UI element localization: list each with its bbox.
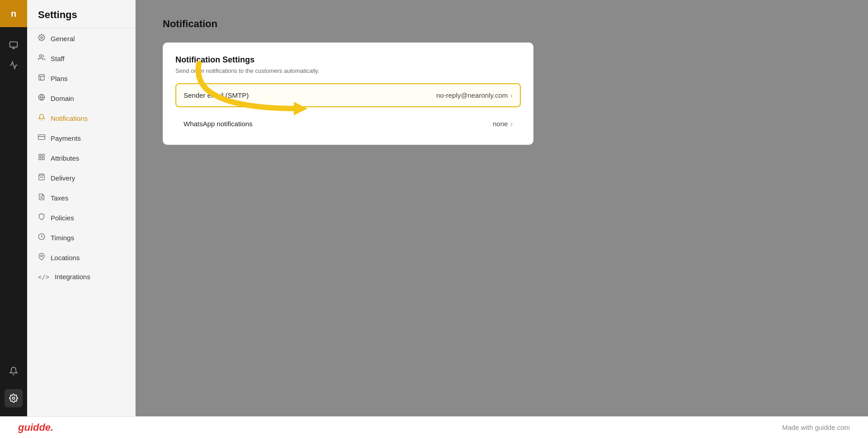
svg-point-3 (39, 55, 42, 57)
nav-icon-bell[interactable] (5, 362, 23, 380)
svg-rect-13 (42, 157, 44, 160)
sidebar-item-notifications-label: Notifications (51, 114, 88, 122)
footer: guidde. Made with guidde.com (0, 416, 868, 438)
sidebar-item-timings[interactable]: Timings (27, 228, 135, 248)
sidebar-item-attributes[interactable]: Attributes (27, 148, 135, 168)
taxes-icon (38, 193, 45, 202)
whatsapp-chevron: › (510, 120, 513, 128)
svg-rect-11 (39, 154, 41, 157)
sender-email-row[interactable]: Sender email (SMTP) no-reply@nearonly.co… (175, 83, 521, 107)
sidebar-item-taxes-label: Taxes (51, 194, 68, 202)
sidebar-item-locations-label: Locations (51, 254, 80, 262)
sidebar-item-policies-label: Policies (51, 214, 74, 222)
card-subtitle: Send order notifications to the customer… (175, 67, 521, 74)
sidebar-item-attributes-label: Attributes (51, 154, 79, 162)
card-title: Notification Settings (175, 55, 521, 65)
footer-tagline: Made with guidde.com (782, 424, 850, 431)
sidebar-item-general-label: General (51, 35, 75, 43)
integrations-icon: </> (38, 273, 49, 281)
svg-rect-12 (42, 154, 44, 157)
domain-icon (38, 94, 45, 103)
sidebar-item-integrations[interactable]: </> Integrations (27, 267, 135, 286)
icon-nav: n (0, 0, 27, 416)
svg-rect-14 (39, 157, 41, 160)
locations-icon (38, 253, 45, 262)
attributes-icon (38, 153, 45, 162)
svg-rect-9 (38, 135, 45, 140)
nav-icon-settings[interactable] (5, 389, 23, 407)
sidebar-item-integrations-label: Integrations (55, 273, 90, 281)
footer-logo: guidde. (18, 422, 53, 433)
general-icon (38, 34, 45, 43)
sidebar-header: Settings (27, 0, 135, 29)
sidebar-item-policies[interactable]: Policies (27, 208, 135, 228)
delivery-icon (38, 173, 45, 182)
sidebar-item-plans-label: Plans (51, 75, 68, 82)
whatsapp-value: none › (493, 120, 513, 128)
sender-email-chevron: › (510, 92, 513, 99)
page-title: Notification (163, 18, 841, 30)
whatsapp-row[interactable]: WhatsApp notifications none › (175, 112, 521, 136)
svg-point-2 (41, 37, 42, 38)
sidebar-item-plans[interactable]: Plans (27, 68, 135, 88)
whatsapp-label: WhatsApp notifications (184, 120, 253, 128)
svg-rect-4 (39, 75, 44, 80)
sidebar-item-general[interactable]: General (27, 29, 135, 48)
payments-icon (38, 133, 45, 143)
main-content: Notification Notification Settings Send … (136, 0, 868, 416)
svg-point-1 (13, 397, 15, 400)
sidebar-item-delivery-label: Delivery (51, 174, 75, 182)
sidebar-item-payments[interactable]: Payments (27, 128, 135, 148)
notifications-icon (38, 114, 45, 123)
sidebar: Settings General Staff Plans Domain (27, 0, 136, 416)
app-logo[interactable]: n (0, 0, 27, 27)
sender-email-value: no-reply@nearonly.com › (436, 91, 513, 99)
sidebar-item-staff-label: Staff (51, 55, 65, 62)
timings-icon (38, 233, 45, 242)
policies-icon (38, 213, 45, 222)
sidebar-item-payments-label: Payments (51, 134, 81, 142)
plans-icon (38, 74, 45, 83)
sidebar-item-taxes[interactable]: Taxes (27, 188, 135, 208)
sidebar-item-delivery[interactable]: Delivery (27, 168, 135, 188)
staff-icon (38, 54, 45, 63)
sidebar-item-staff[interactable]: Staff (27, 48, 135, 68)
sidebar-item-timings-label: Timings (51, 234, 74, 242)
sidebar-item-notifications[interactable]: Notifications (27, 108, 135, 128)
settings-card: Notification Settings Send order notific… (163, 43, 533, 145)
nav-icon-store[interactable] (5, 36, 23, 54)
sender-email-label: Sender email (SMTP) (184, 91, 249, 99)
svg-rect-0 (10, 42, 18, 48)
sidebar-item-domain[interactable]: Domain (27, 88, 135, 108)
sidebar-item-locations[interactable]: Locations (27, 248, 135, 267)
svg-point-19 (41, 255, 42, 257)
sidebar-item-domain-label: Domain (51, 95, 74, 102)
nav-icon-chart[interactable] (5, 56, 23, 74)
